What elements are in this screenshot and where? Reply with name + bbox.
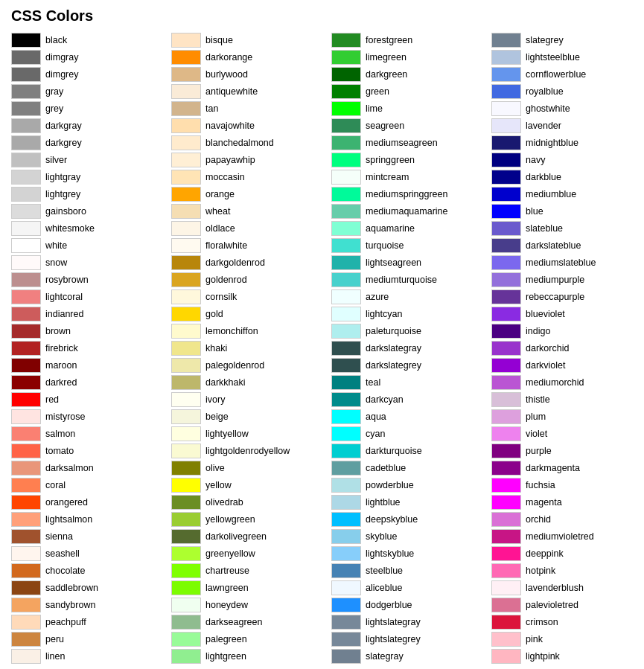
swatch-lawngreen	[171, 580, 201, 595]
color-row: silver	[11, 152, 171, 168]
swatch-orangered	[11, 495, 41, 510]
color-row: brown	[11, 323, 171, 339]
color-label-magenta: magenta	[526, 497, 562, 508]
color-row: thistle	[491, 391, 644, 408]
color-label-mediumspringgreen: mediumspringgreen	[366, 189, 447, 199]
color-label-lightpink: lightpink	[526, 651, 560, 662]
color-row: aliceblue	[331, 580, 491, 596]
color-grid: blackdimgraydimgreygraygreydarkgraydarkg…	[11, 32, 633, 665]
color-label-maroon: maroon	[45, 360, 77, 371]
color-row: palegoldenrod	[171, 357, 331, 374]
color-row: bisque	[171, 32, 331, 48]
swatch-mediumturquoise	[331, 272, 361, 287]
swatch-darkmagenta	[491, 461, 521, 476]
swatch-lightsteelblue	[491, 50, 521, 65]
color-label-black: black	[45, 35, 67, 45]
color-label-red: red	[45, 394, 59, 405]
color-row: magenta	[491, 494, 644, 510]
color-row: beige	[171, 409, 331, 425]
swatch-ghostwhite	[491, 101, 521, 116]
color-row: orchid	[491, 511, 644, 528]
color-row: maroon	[11, 357, 171, 374]
color-label-darkmagenta: darkmagenta	[526, 463, 580, 473]
swatch-cornsilk	[171, 289, 201, 304]
color-label-lightyellow: lightyellow	[205, 429, 249, 439]
swatch-antiquewhite	[171, 84, 201, 99]
swatch-maroon	[11, 358, 41, 373]
color-label-darkslategrey: darkslategrey	[366, 360, 421, 371]
color-row: indigo	[491, 323, 644, 339]
color-row: rebeccapurple	[491, 289, 644, 305]
swatch-yellow	[171, 478, 201, 493]
color-label-darkgray: darkgray	[45, 121, 82, 131]
swatch-dimgrey	[11, 67, 41, 82]
column-1: bisquedarkorangeburlywoodantiquewhitetan…	[171, 32, 331, 665]
color-label-whitesmoke: whitesmoke	[45, 223, 95, 234]
color-label-yellowgreen: yellowgreen	[205, 514, 255, 525]
color-row: peru	[11, 631, 171, 647]
color-label-plum: plum	[526, 412, 546, 422]
color-label-antiquewhite: antiquewhite	[205, 86, 258, 97]
color-row: sandybrown	[11, 597, 171, 613]
swatch-deepskyblue	[331, 512, 361, 527]
swatch-lightcyan	[331, 307, 361, 321]
swatch-mintcream	[331, 170, 361, 185]
swatch-darkcyan	[331, 392, 361, 407]
color-row: peachpuff	[11, 614, 171, 630]
color-label-teal: teal	[366, 377, 380, 388]
swatch-darkgray	[11, 118, 41, 133]
color-row: springgreen	[331, 152, 491, 168]
color-label-silver: silver	[45, 155, 67, 165]
color-label-sienna: sienna	[45, 531, 73, 542]
swatch-lemonchiffon	[171, 324, 201, 339]
color-row: dodgerblue	[331, 597, 491, 613]
swatch-red	[11, 392, 41, 407]
color-label-mediumseagreen: mediumseagreen	[366, 138, 438, 148]
swatch-darkturquoise	[331, 444, 361, 458]
color-row: lemonchiffon	[171, 323, 331, 339]
swatch-plum	[491, 409, 521, 424]
swatch-goldenrod	[171, 272, 201, 287]
color-label-dimgray: dimgray	[45, 52, 78, 63]
color-row: powderblue	[331, 477, 491, 493]
color-label-midnightblue: midnightblue	[526, 138, 578, 148]
color-label-mediumvioletred: mediumvioletred	[526, 531, 594, 542]
color-label-firebrick: firebrick	[45, 343, 78, 353]
color-row: darkslateblue	[491, 237, 644, 254]
color-row: khaki	[171, 340, 331, 356]
color-row: seashell	[11, 545, 171, 562]
color-row: slateblue	[491, 220, 644, 237]
color-row: darkslategray	[331, 340, 491, 356]
swatch-darkviolet	[491, 358, 521, 373]
color-row: floralwhite	[171, 237, 331, 254]
color-row: moccasin	[171, 169, 331, 185]
color-row: yellowgreen	[171, 511, 331, 528]
color-label-blueviolet: blueviolet	[526, 309, 565, 319]
color-row: azure	[331, 289, 491, 305]
swatch-navajowhite	[171, 118, 201, 133]
color-label-gray: gray	[45, 86, 63, 97]
color-label-darkturquoise: darkturquoise	[366, 446, 422, 456]
color-label-darkorange: darkorange	[205, 52, 252, 63]
swatch-salmon	[11, 426, 41, 441]
color-label-lightseagreen: lightseagreen	[366, 257, 421, 268]
swatch-sandybrown	[11, 598, 41, 612]
color-label-coral: coral	[45, 480, 66, 490]
color-label-lightslategrey: lightslategrey	[366, 634, 421, 644]
color-label-springgreen: springgreen	[366, 155, 415, 165]
color-label-slategray: slategray	[366, 651, 404, 662]
swatch-purple	[491, 444, 521, 458]
color-label-yellow: yellow	[205, 480, 232, 490]
swatch-aquamarine	[331, 221, 361, 236]
color-row: indianred	[11, 306, 171, 322]
swatch-khaki	[171, 341, 201, 356]
color-row: coral	[11, 477, 171, 493]
color-label-gold: gold	[205, 309, 223, 319]
color-label-lightblue: lightblue	[366, 497, 401, 508]
swatch-cornflowerblue	[491, 67, 521, 82]
color-label-azure: azure	[366, 292, 389, 302]
color-row: mediumblue	[491, 186, 644, 202]
swatch-tan	[171, 101, 201, 116]
swatch-black	[11, 33, 41, 48]
color-label-olive: olive	[205, 463, 225, 473]
